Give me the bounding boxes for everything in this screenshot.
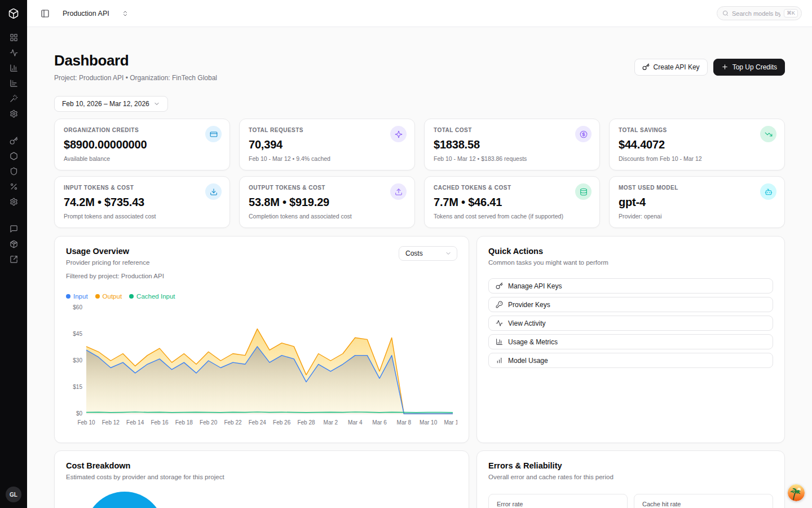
download-icon (205, 183, 222, 200)
stat-sub: Feb 10 - Mar 12 • 9.4% cached (249, 155, 405, 162)
stat-label: INPUT TOKENS & COST (64, 185, 220, 191)
legend-item-2[interactable]: Cached Input (129, 293, 175, 300)
stat-sub: Available balance (64, 155, 220, 162)
svg-text:Feb 18: Feb 18 (175, 419, 193, 426)
stat-value: 7.7M • $46.41 (434, 196, 590, 209)
database-icon (575, 183, 592, 200)
quick-action-label: Usage & Metrics (508, 338, 558, 346)
search-input[interactable] (732, 10, 780, 17)
sidebar-item-settings[interactable] (0, 106, 27, 121)
quick-action-model-usage[interactable]: Model Usage (488, 353, 773, 368)
top-up-credits-button[interactable]: Top Up Credits (713, 59, 785, 76)
cube-logo-icon (8, 8, 19, 19)
stat-card-total-savings: TOTAL SAVINGS $44.4072 Discounts from Fe… (609, 119, 785, 170)
legend-label: Output (103, 293, 122, 300)
stat-label: TOTAL REQUESTS (249, 127, 405, 133)
svg-text:Feb 24: Feb 24 (249, 419, 267, 426)
stat-sub: Provider: openai (619, 213, 775, 220)
page-subtitle: Project: Production API • Organization: … (54, 74, 217, 82)
cost-breakdown-subtitle: Estimated costs by provider and storage … (66, 474, 457, 480)
sidebar-item-changelog[interactable] (0, 237, 27, 252)
sidebar-item-playground[interactable] (0, 91, 27, 106)
sidebar-item-usage-metrics[interactable] (0, 60, 27, 76)
legend-dot (95, 294, 100, 299)
stat-card-most-used-model: MOST USED MODEL gpt-4 Provider: openai (609, 176, 785, 228)
quick-action-view-activity[interactable]: View Activity (488, 316, 773, 331)
usage-chart: $0$15$30$45$60Feb 10Feb 12Feb 14Feb 16Fe… (66, 301, 457, 428)
sidebar-item-security[interactable] (0, 164, 27, 179)
quick-action-label: Provider Keys (508, 301, 550, 309)
date-range-picker[interactable]: Feb 10, 2026 – Mar 12, 2026 (54, 96, 168, 112)
chart-no-axes-icon (496, 357, 503, 364)
sidebar-item-api-keys[interactable] (0, 133, 27, 148)
sidebar-item-dashboard[interactable] (0, 30, 27, 45)
upload-icon (390, 183, 407, 200)
sidebar-item-activity[interactable] (0, 45, 27, 60)
svg-text:Feb 26: Feb 26 (273, 419, 291, 426)
quick-action-label: View Activity (508, 319, 545, 327)
chart-column-icon (496, 338, 503, 345)
search-bar[interactable]: ⌘K (717, 6, 802, 20)
stats-grid: ORGANIZATION CREDITS $8900.00000000 Avai… (54, 119, 785, 228)
svg-text:Feb 20: Feb 20 (200, 419, 218, 426)
credit-card-icon (205, 126, 222, 142)
quick-action-provider-keys[interactable]: Provider Keys (488, 297, 773, 312)
palm-tree-icon (788, 484, 805, 501)
gear-icon (10, 198, 18, 206)
user-avatar[interactable]: GL (6, 487, 21, 502)
stat-value: 53.8M • $919.29 (249, 196, 405, 209)
error-rate-box: Error rate 3.53% 2,485/70,394 requests (488, 494, 628, 508)
metric-selector-dropdown[interactable]: Costs (399, 246, 457, 261)
svg-text:Feb 14: Feb 14 (126, 419, 144, 426)
stat-sub: Feb 10 - Mar 12 • $183.86 requests (434, 155, 590, 162)
easter-egg-badge[interactable] (788, 484, 805, 501)
sidebar-item-feedback[interactable] (0, 221, 27, 237)
sidebar-item-model-usage[interactable] (0, 76, 27, 91)
svg-text:Mar 8: Mar 8 (397, 419, 412, 426)
sidebar-item-docs[interactable] (0, 252, 27, 267)
cost-pie-chart (85, 492, 164, 508)
sidebar-toggle-button[interactable] (38, 7, 52, 20)
key-icon (496, 282, 503, 290)
errors-subtitle: Overall error and cache rates for this p… (488, 474, 773, 480)
stat-label: CACHED TOKENS & COST (434, 185, 590, 191)
stat-card-input-tokens: INPUT TOKENS & COST 74.2M • $735.43 Prom… (54, 176, 230, 228)
svg-text:Mar 10: Mar 10 (420, 419, 438, 426)
errors-reliability-card: Errors & Reliability Overall error and c… (476, 450, 785, 508)
plus-icon (721, 63, 729, 71)
cache-hit-rate-label: Cache hit rate (642, 501, 765, 507)
legend-dot (66, 294, 70, 299)
quick-action-manage-api-keys[interactable]: Manage API Keys (488, 278, 773, 294)
create-api-key-label: Create API Key (654, 63, 700, 71)
stat-label: TOTAL COST (434, 127, 590, 133)
errors-title: Errors & Reliability (488, 461, 773, 470)
usage-overview-card: Usage Overview Provider pricing for refe… (54, 236, 469, 443)
project-switcher-button[interactable] (118, 7, 132, 20)
stat-label: MOST USED MODEL (619, 185, 775, 191)
stat-card-output-tokens: OUTPUT TOKENS & COST 53.8M • $919.29 Com… (239, 176, 415, 228)
date-range-label: Feb 10, 2026 – Mar 12, 2026 (62, 100, 149, 108)
app-logo[interactable] (6, 6, 21, 21)
stat-value: $1838.58 (434, 138, 590, 151)
svg-text:Mar 2: Mar 2 (324, 419, 338, 426)
quick-action-label: Model Usage (508, 357, 548, 365)
legend-item-1[interactable]: Output (95, 293, 122, 300)
sidebar-item-discounts[interactable] (0, 179, 27, 194)
legend-item-0[interactable]: Input (66, 293, 88, 300)
stat-card-organization-credits: ORGANIZATION CREDITS $8900.00000000 Avai… (54, 119, 230, 170)
quick-actions-subtitle: Common tasks you might want to perform (488, 259, 773, 266)
quick-actions-card: Quick Actions Common tasks you might wan… (476, 236, 785, 443)
circle-dollar-icon (575, 126, 592, 142)
svg-text:Mar 12: Mar 12 (444, 419, 457, 426)
sparkle-icon (390, 126, 407, 142)
sidebar-item-providers[interactable] (0, 148, 27, 164)
quick-action-usage-metrics[interactable]: Usage & Metrics (488, 334, 773, 349)
chart-column-icon (10, 64, 18, 72)
stat-label: TOTAL SAVINGS (619, 127, 775, 133)
legend-label: Input (73, 293, 88, 300)
wand-icon (10, 94, 18, 103)
topbar: Production API ⌘K (27, 0, 812, 27)
sidebar-item-preferences[interactable] (0, 194, 27, 209)
sidebar-nav-secondary (0, 133, 27, 209)
create-api-key-button[interactable]: Create API Key (634, 59, 708, 76)
